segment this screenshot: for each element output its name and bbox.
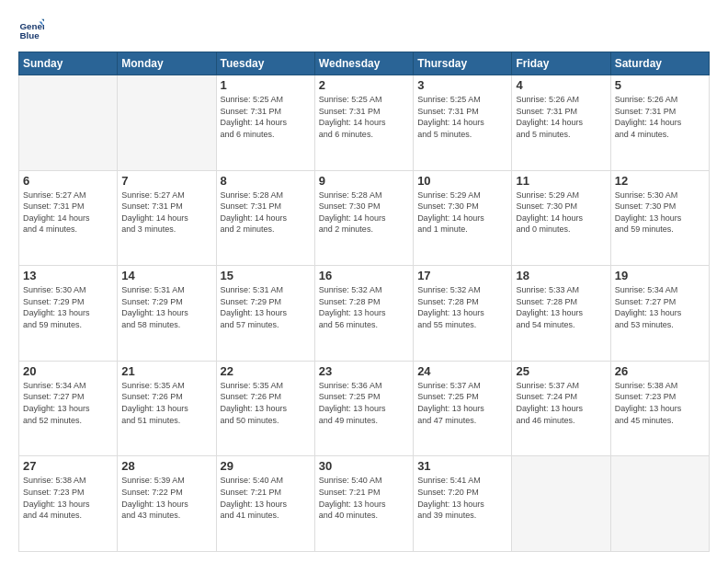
calendar-cell: 7Sunrise: 5:27 AM Sunset: 7:31 PM Daylig…: [118, 170, 216, 266]
calendar-cell: 17Sunrise: 5:32 AM Sunset: 7:28 PM Dayli…: [414, 266, 512, 362]
day-info: Sunrise: 5:25 AM Sunset: 7:31 PM Dayligh…: [221, 94, 311, 140]
calendar-cell: 26Sunrise: 5:38 AM Sunset: 7:23 PM Dayli…: [610, 361, 709, 456]
svg-text:Blue: Blue: [19, 30, 40, 40]
calendar-row: 1Sunrise: 5:25 AM Sunset: 7:31 PM Daylig…: [19, 75, 710, 171]
calendar-cell: 24Sunrise: 5:37 AM Sunset: 7:25 PM Dayli…: [414, 361, 512, 456]
day-info: Sunrise: 5:35 AM Sunset: 7:26 PM Dayligh…: [121, 380, 211, 426]
calendar-row: 13Sunrise: 5:30 AM Sunset: 7:29 PM Dayli…: [19, 266, 710, 362]
day-info: Sunrise: 5:40 AM Sunset: 7:21 PM Dayligh…: [319, 475, 409, 521]
day-number: 11: [516, 174, 606, 188]
day-number: 18: [516, 269, 606, 282]
calendar-cell: 2Sunrise: 5:25 AM Sunset: 7:31 PM Daylig…: [314, 75, 413, 171]
weekday-header: Sunday: [19, 52, 118, 75]
day-number: 15: [221, 269, 311, 282]
day-number: 7: [121, 174, 211, 188]
day-number: 22: [221, 364, 311, 378]
calendar-cell: 20Sunrise: 5:34 AM Sunset: 7:27 PM Dayli…: [19, 361, 118, 456]
day-number: 28: [121, 459, 211, 473]
calendar-cell: 19Sunrise: 5:34 AM Sunset: 7:27 PM Dayli…: [610, 266, 709, 362]
day-info: Sunrise: 5:26 AM Sunset: 7:31 PM Dayligh…: [516, 94, 606, 140]
day-number: 14: [121, 269, 211, 282]
weekday-header: Friday: [512, 52, 610, 75]
weekday-header: Thursday: [414, 52, 512, 75]
calendar-cell: 14Sunrise: 5:31 AM Sunset: 7:29 PM Dayli…: [118, 266, 216, 362]
day-info: Sunrise: 5:38 AM Sunset: 7:23 PM Dayligh…: [615, 380, 705, 426]
calendar-cell: 9Sunrise: 5:28 AM Sunset: 7:30 PM Daylig…: [314, 170, 413, 266]
calendar-cell: 30Sunrise: 5:40 AM Sunset: 7:21 PM Dayli…: [314, 456, 413, 552]
day-info: Sunrise: 5:41 AM Sunset: 7:20 PM Dayligh…: [417, 475, 507, 521]
weekday-header: Saturday: [610, 52, 709, 75]
calendar-cell: 29Sunrise: 5:40 AM Sunset: 7:21 PM Dayli…: [216, 456, 314, 552]
day-info: Sunrise: 5:30 AM Sunset: 7:29 PM Dayligh…: [23, 284, 113, 330]
calendar-cell: 15Sunrise: 5:31 AM Sunset: 7:29 PM Dayli…: [216, 266, 314, 362]
calendar-row: 27Sunrise: 5:38 AM Sunset: 7:23 PM Dayli…: [19, 456, 710, 552]
day-number: 25: [516, 364, 606, 378]
calendar-cell: 23Sunrise: 5:36 AM Sunset: 7:25 PM Dayli…: [314, 361, 413, 456]
logo-icon: General Blue: [18, 17, 44, 42]
day-info: Sunrise: 5:32 AM Sunset: 7:28 PM Dayligh…: [417, 284, 507, 330]
day-number: 3: [417, 78, 507, 92]
day-info: Sunrise: 5:27 AM Sunset: 7:31 PM Dayligh…: [23, 190, 113, 236]
calendar-cell: 25Sunrise: 5:37 AM Sunset: 7:24 PM Dayli…: [512, 361, 610, 456]
calendar-table: SundayMondayTuesdayWednesdayThursdayFrid…: [18, 52, 710, 552]
day-number: 23: [319, 364, 409, 378]
day-info: Sunrise: 5:29 AM Sunset: 7:30 PM Dayligh…: [417, 190, 507, 236]
day-info: Sunrise: 5:31 AM Sunset: 7:29 PM Dayligh…: [221, 284, 311, 330]
day-info: Sunrise: 5:33 AM Sunset: 7:28 PM Dayligh…: [516, 284, 606, 330]
day-info: Sunrise: 5:37 AM Sunset: 7:25 PM Dayligh…: [417, 380, 507, 426]
day-number: 6: [23, 174, 113, 188]
day-info: Sunrise: 5:34 AM Sunset: 7:27 PM Dayligh…: [23, 380, 113, 426]
day-number: 20: [23, 364, 113, 378]
header-row: SundayMondayTuesdayWednesdayThursdayFrid…: [19, 52, 710, 75]
day-info: Sunrise: 5:37 AM Sunset: 7:24 PM Dayligh…: [516, 380, 606, 426]
weekday-header: Wednesday: [314, 52, 413, 75]
calendar-cell: 6Sunrise: 5:27 AM Sunset: 7:31 PM Daylig…: [19, 170, 118, 266]
day-number: 27: [23, 459, 113, 473]
day-info: Sunrise: 5:35 AM Sunset: 7:26 PM Dayligh…: [221, 380, 311, 426]
day-number: 5: [615, 78, 705, 92]
calendar-cell: 28Sunrise: 5:39 AM Sunset: 7:22 PM Dayli…: [118, 456, 216, 552]
calendar-cell: 27Sunrise: 5:38 AM Sunset: 7:23 PM Dayli…: [19, 456, 118, 552]
calendar-cell: 31Sunrise: 5:41 AM Sunset: 7:20 PM Dayli…: [414, 456, 512, 552]
day-info: Sunrise: 5:28 AM Sunset: 7:30 PM Dayligh…: [319, 190, 409, 236]
day-number: 10: [417, 174, 507, 188]
calendar-cell: [118, 75, 216, 171]
day-info: Sunrise: 5:27 AM Sunset: 7:31 PM Dayligh…: [121, 190, 211, 236]
calendar-cell: [610, 456, 709, 552]
day-number: 16: [319, 269, 409, 282]
logo: General Blue: [18, 17, 48, 42]
day-number: 21: [121, 364, 211, 378]
page: General Blue SundayMondayTuesdayWednesda…: [0, 0, 728, 563]
calendar-cell: 8Sunrise: 5:28 AM Sunset: 7:31 PM Daylig…: [216, 170, 314, 266]
day-number: 26: [615, 364, 705, 378]
calendar-row: 20Sunrise: 5:34 AM Sunset: 7:27 PM Dayli…: [19, 361, 710, 456]
day-number: 1: [221, 78, 311, 92]
day-number: 13: [23, 269, 113, 282]
calendar-cell: [512, 456, 610, 552]
calendar-cell: 1Sunrise: 5:25 AM Sunset: 7:31 PM Daylig…: [216, 75, 314, 171]
day-number: 2: [319, 78, 409, 92]
day-number: 4: [516, 78, 606, 92]
calendar-cell: 4Sunrise: 5:26 AM Sunset: 7:31 PM Daylig…: [512, 75, 610, 171]
day-info: Sunrise: 5:25 AM Sunset: 7:31 PM Dayligh…: [417, 94, 507, 140]
header: General Blue: [18, 17, 710, 42]
day-info: Sunrise: 5:25 AM Sunset: 7:31 PM Dayligh…: [319, 94, 409, 140]
calendar-row: 6Sunrise: 5:27 AM Sunset: 7:31 PM Daylig…: [19, 170, 710, 266]
day-number: 29: [221, 459, 311, 473]
day-info: Sunrise: 5:40 AM Sunset: 7:21 PM Dayligh…: [221, 475, 311, 521]
day-number: 24: [417, 364, 507, 378]
calendar-cell: [19, 75, 118, 171]
day-info: Sunrise: 5:39 AM Sunset: 7:22 PM Dayligh…: [121, 475, 211, 521]
calendar-cell: 21Sunrise: 5:35 AM Sunset: 7:26 PM Dayli…: [118, 361, 216, 456]
day-info: Sunrise: 5:38 AM Sunset: 7:23 PM Dayligh…: [23, 475, 113, 521]
day-info: Sunrise: 5:28 AM Sunset: 7:31 PM Dayligh…: [221, 190, 311, 236]
calendar-cell: 10Sunrise: 5:29 AM Sunset: 7:30 PM Dayli…: [414, 170, 512, 266]
day-number: 19: [615, 269, 705, 282]
day-info: Sunrise: 5:29 AM Sunset: 7:30 PM Dayligh…: [516, 190, 606, 236]
calendar-cell: 12Sunrise: 5:30 AM Sunset: 7:30 PM Dayli…: [610, 170, 709, 266]
day-number: 9: [319, 174, 409, 188]
day-info: Sunrise: 5:36 AM Sunset: 7:25 PM Dayligh…: [319, 380, 409, 426]
day-number: 30: [319, 459, 409, 473]
calendar-cell: 13Sunrise: 5:30 AM Sunset: 7:29 PM Dayli…: [19, 266, 118, 362]
calendar-cell: 18Sunrise: 5:33 AM Sunset: 7:28 PM Dayli…: [512, 266, 610, 362]
